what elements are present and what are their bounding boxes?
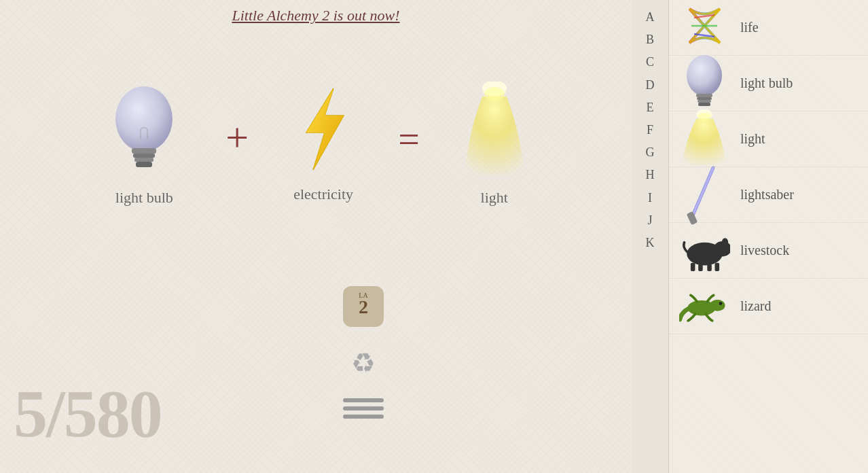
menu-icon[interactable] bbox=[343, 398, 384, 419]
svg-rect-19 bbox=[696, 94, 712, 97]
item-name-lizard: lizard bbox=[740, 298, 772, 314]
svg-point-0 bbox=[115, 86, 173, 152]
operand2-label: electricity bbox=[293, 186, 353, 203]
list-item[interactable]: light bulb bbox=[669, 56, 868, 111]
svg-point-10 bbox=[484, 87, 505, 101]
item-name-livestock: livestock bbox=[740, 243, 789, 258]
eq-operand1: light bulb bbox=[103, 82, 185, 207]
lightning-icon bbox=[289, 85, 357, 173]
item-lightsaber-icon bbox=[679, 173, 730, 217]
item-livestock-icon bbox=[679, 228, 730, 273]
list-item[interactable]: lizard bbox=[669, 279, 868, 334]
svg-marker-8 bbox=[306, 88, 344, 170]
list-item[interactable]: life bbox=[669, 0, 868, 56]
item-lizard-icon bbox=[679, 284, 730, 328]
eq-result: light bbox=[460, 82, 528, 207]
alpha-j[interactable]: J bbox=[632, 210, 668, 231]
equals-operator: = bbox=[398, 118, 420, 161]
svg-rect-22 bbox=[698, 103, 710, 106]
list-item[interactable]: light bbox=[669, 111, 868, 167]
item-name-light: light bbox=[740, 131, 765, 147]
equation-area: light bulb + electricity bbox=[0, 82, 632, 207]
svg-text:♻: ♻ bbox=[351, 348, 376, 379]
svg-point-36 bbox=[710, 300, 725, 311]
svg-rect-2 bbox=[133, 154, 155, 158]
item-light-icon bbox=[679, 117, 730, 161]
alphabet-sidebar: A B C D E F G H I J K bbox=[632, 0, 669, 473]
menu-line-2 bbox=[343, 406, 384, 410]
svg-rect-32 bbox=[698, 264, 703, 271]
alpha-b[interactable]: B bbox=[632, 29, 668, 50]
svg-point-37 bbox=[719, 302, 723, 305]
svg-rect-34 bbox=[715, 263, 720, 271]
svg-rect-21 bbox=[698, 100, 711, 103]
list-item[interactable]: livestock bbox=[669, 223, 868, 279]
counter-value: 5/580 bbox=[14, 376, 162, 451]
result-label: light bbox=[481, 189, 508, 207]
svg-rect-3 bbox=[134, 158, 153, 162]
list-item[interactable]: lightsaber bbox=[669, 167, 868, 223]
banner-link[interactable]: Little Alchemy 2 is out now! bbox=[232, 7, 399, 24]
menu-line-1 bbox=[343, 398, 384, 402]
plus-operator: + bbox=[225, 114, 249, 161]
alpha-k[interactable]: K bbox=[632, 232, 668, 253]
eq-operand2: electricity bbox=[289, 85, 357, 203]
svg-rect-1 bbox=[132, 148, 156, 154]
light-bulb-icon bbox=[103, 82, 185, 177]
alpha-e[interactable]: E bbox=[632, 97, 668, 118]
svg-rect-31 bbox=[691, 263, 695, 271]
light-beam-icon bbox=[460, 82, 528, 177]
la2-badge[interactable]: 2 LA bbox=[340, 283, 387, 330]
item-name-lightsaber: lightsaber bbox=[740, 187, 794, 203]
operand1-label: light bulb bbox=[115, 189, 173, 207]
item-name-lightbulb: light bulb bbox=[740, 75, 793, 91]
alpha-d[interactable]: D bbox=[632, 75, 668, 96]
svg-point-30 bbox=[722, 238, 728, 247]
alpha-a[interactable]: A bbox=[632, 7, 668, 28]
items-panel: life light bulb bbox=[669, 0, 868, 473]
main-area: Little Alchemy 2 is out now! bbox=[0, 0, 632, 473]
alpha-i[interactable]: I bbox=[632, 188, 668, 209]
alpha-c[interactable]: C bbox=[632, 52, 668, 73]
menu-line-3 bbox=[343, 415, 384, 419]
sidebar-icons: 2 LA ♻ bbox=[340, 283, 387, 419]
alpha-h[interactable]: H bbox=[632, 164, 668, 186]
svg-point-18 bbox=[687, 55, 722, 96]
svg-rect-20 bbox=[697, 97, 712, 100]
svg-text:2: 2 bbox=[359, 296, 368, 317]
item-name-life: life bbox=[740, 20, 759, 35]
svg-text:LA: LA bbox=[359, 292, 368, 299]
counter-area: 5/580 bbox=[14, 374, 162, 453]
recycle-icon[interactable]: ♻ bbox=[343, 344, 384, 385]
item-lightbulb-icon bbox=[679, 61, 730, 105]
svg-rect-4 bbox=[136, 162, 152, 167]
svg-point-24 bbox=[698, 113, 711, 121]
alpha-f[interactable]: F bbox=[632, 120, 668, 141]
life-icon bbox=[679, 5, 730, 50]
svg-rect-33 bbox=[707, 264, 712, 271]
svg-line-26 bbox=[693, 168, 713, 215]
alpha-g[interactable]: G bbox=[632, 142, 668, 163]
svg-rect-27 bbox=[687, 211, 698, 225]
top-banner: Little Alchemy 2 is out now! bbox=[0, 0, 632, 31]
